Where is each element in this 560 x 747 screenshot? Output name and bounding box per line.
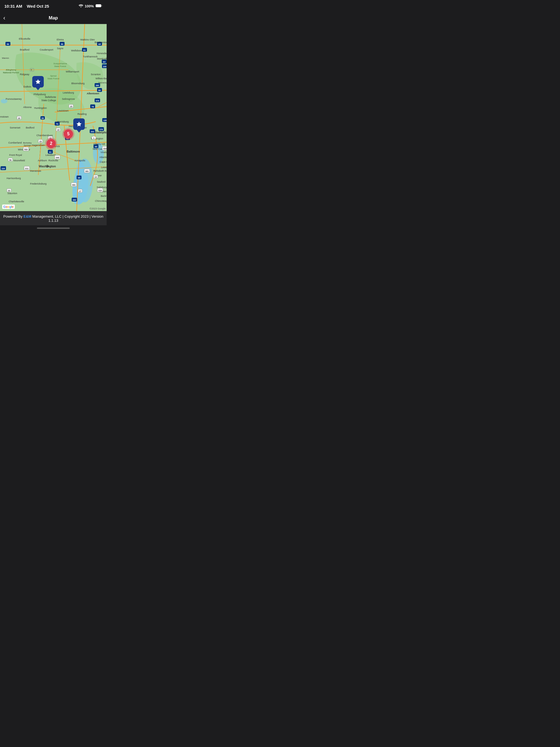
svg-text:15: 15	[70, 105, 72, 108]
wifi-icon	[79, 4, 83, 8]
svg-text:Selinsgrove: Selinsgrove	[62, 98, 75, 100]
svg-text:Seaford: Seaford	[97, 180, 105, 183]
svg-text:Somerset: Somerset	[10, 126, 21, 129]
svg-text:Ellicottville: Ellicottville	[19, 37, 30, 40]
status-time: 10:31 AM Wed Oct 25	[4, 4, 49, 8]
svg-text:Fredericksburg: Fredericksburg	[30, 182, 47, 185]
svg-text:522: 522	[24, 148, 28, 151]
svg-text:80: 80	[98, 89, 101, 92]
svg-text:Allentown: Allentown	[87, 92, 99, 95]
svg-text:Watkins Glen: Watkins Glen	[80, 38, 95, 41]
svg-text:DuBois: DuBois	[23, 85, 31, 88]
svg-text:Cumberland: Cumberland	[8, 141, 22, 144]
svg-text:Harrisburg: Harrisburg	[57, 120, 69, 123]
svg-text:Chincoteague: Chincoteague	[95, 200, 107, 202]
company-highlight: E&M	[24, 214, 31, 218]
nav-bar: ‹ Map	[0, 12, 107, 24]
svg-text:340: 340	[56, 156, 59, 159]
svg-text:322: 322	[103, 147, 107, 150]
svg-text:Bedford: Bedford	[26, 126, 34, 129]
footer: Powered By E&M Management, LLC | Copyrig…	[0, 211, 107, 225]
svg-text:State College: State College	[41, 99, 56, 102]
company-name: Management, LLC | Copyright 2023 | Versi…	[31, 214, 103, 223]
svg-text:Altoona: Altoona	[23, 106, 32, 108]
svg-text:Hagerstown: Hagerstown	[32, 144, 45, 147]
svg-text:Lancaster: Lancaster	[76, 126, 87, 129]
svg-text:202: 202	[91, 130, 94, 133]
svg-text:Bellefonte: Bellefonte	[45, 96, 56, 98]
svg-text:Moorefield: Moorefield	[14, 159, 25, 162]
svg-text:Susquehanna: Susquehanna	[53, 62, 67, 65]
svg-text:Rehoboth Beach: Rehoboth Beach	[93, 170, 107, 172]
svg-text:Ridgway: Ridgway	[20, 73, 29, 76]
svg-text:476: 476	[96, 100, 99, 102]
svg-text:Frederick: Frederick	[50, 145, 60, 148]
svg-rect-1	[96, 4, 101, 7]
svg-text:81: 81	[49, 151, 52, 153]
svg-text:Huntingdon: Huntingdon	[34, 107, 47, 109]
svg-text:6: 6	[31, 69, 32, 71]
svg-text:Honesdale: Honesdale	[97, 52, 107, 55]
svg-text:Manassas: Manassas	[30, 170, 41, 172]
svg-text:Lewistown: Lewistown	[57, 109, 69, 112]
svg-text:78: 78	[92, 106, 94, 108]
svg-text:15: 15	[57, 129, 59, 131]
svg-text:86: 86	[61, 43, 63, 45]
svg-text:360: 360	[73, 199, 76, 201]
svg-text:Punxsutawney: Punxsutawney	[6, 98, 22, 100]
svg-text:Baltimore: Baltimore	[67, 150, 80, 153]
time-display: 10:31 AM	[4, 4, 22, 8]
svg-text:Vineland: Vineland	[101, 151, 107, 154]
svg-text:Charlottesville: Charlottesville	[9, 200, 24, 203]
map-view[interactable]: 86 88 81 80 76 78 83 95 81 95 Ellicottvi…	[0, 24, 107, 211]
svg-text:Tunkhannock: Tunkhannock	[83, 55, 98, 58]
back-button[interactable]: ‹	[3, 15, 5, 22]
svg-text:Leesburg: Leesburg	[45, 154, 56, 156]
svg-text:Berlin: Berlin	[101, 195, 107, 198]
svg-point-164	[47, 166, 48, 167]
svg-text:Allegheny: Allegheny	[6, 69, 17, 71]
svg-text:Atlantic City: Atlantic City	[99, 156, 107, 159]
svg-text:Coudersport: Coudersport	[40, 48, 53, 51]
svg-text:301: 301	[72, 184, 76, 186]
status-bar: 10:31 AM Wed Oct 25 100%	[0, 0, 107, 12]
svg-text:Johnstown: Johnstown	[0, 115, 9, 118]
powered-by-label: Powered By	[3, 214, 24, 218]
svg-text:Lewes: Lewes	[101, 166, 107, 169]
svg-text:Lewisburg: Lewisburg	[62, 91, 74, 94]
svg-text:Warren: Warren	[2, 57, 9, 59]
svg-text:Williamsport: Williamsport	[66, 70, 79, 73]
svg-text:76: 76	[56, 123, 58, 125]
svg-text:50: 50	[9, 159, 11, 161]
svg-text:15: 15	[49, 137, 51, 139]
svg-text:17: 17	[79, 190, 81, 192]
map-copyright: ©2023 Google	[90, 207, 105, 210]
svg-text:Wellsboro: Wellsboro	[71, 49, 82, 52]
svg-text:Sproul: Sproul	[50, 75, 56, 77]
svg-text:95: 95	[78, 177, 80, 179]
svg-text:211: 211	[25, 168, 29, 170]
svg-text:Binghamton: Binghamton	[95, 41, 107, 44]
page-title: Map	[49, 15, 58, 21]
svg-text:81: 81	[83, 49, 86, 51]
home-indicator	[0, 225, 107, 231]
date-display: Wed Oct 25	[27, 4, 49, 8]
svg-text:Bloomsburg: Bloomsburg	[71, 82, 84, 85]
svg-text:1: 1	[93, 137, 94, 139]
svg-text:Elmira: Elmira	[57, 38, 64, 41]
svg-text:209: 209	[103, 66, 107, 68]
svg-text:Harrisonburg: Harrisonburg	[6, 177, 21, 180]
svg-text:Springs: Springs	[24, 144, 31, 147]
svg-text:Reading: Reading	[77, 113, 87, 115]
svg-text:Staunton: Staunton	[7, 192, 17, 195]
home-indicator-bar	[37, 228, 70, 229]
svg-text:Annapolis: Annapolis	[74, 159, 85, 162]
svg-text:Sayre: Sayre	[57, 47, 63, 50]
svg-text:State Forest: State Forest	[54, 65, 66, 68]
svg-text:99: 99	[42, 117, 44, 120]
status-indicators: 100%	[79, 4, 102, 8]
svg-text:15: 15	[40, 140, 42, 143]
svg-text:83: 83	[67, 137, 69, 140]
svg-text:301: 301	[85, 170, 89, 173]
battery-percentage: 100%	[85, 4, 94, 8]
